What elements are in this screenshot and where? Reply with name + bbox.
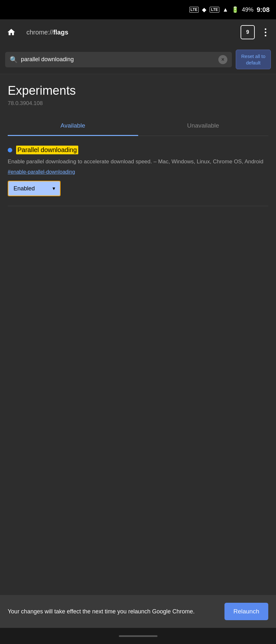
- address-bold: flags: [53, 29, 68, 36]
- content-spacer: [0, 370, 276, 595]
- tab-count-label: 9: [246, 29, 249, 35]
- tabs-container: Available Unavailable: [8, 116, 268, 136]
- address-bar[interactable]: chrome://flags: [23, 25, 236, 39]
- lte-icon: LTE: [189, 7, 199, 13]
- search-input[interactable]: parallel downloading: [21, 56, 215, 63]
- nav-bar: [0, 628, 276, 644]
- version-text: 78.0.3904.108: [8, 100, 268, 107]
- experiment-select[interactable]: Default Enabled Disabled: [8, 181, 60, 196]
- more-dot-2: [265, 32, 266, 33]
- page-title: Experiments: [8, 84, 268, 98]
- search-icon: 🔍: [10, 56, 18, 63]
- experiment-status-dot: [8, 148, 12, 152]
- tab-available[interactable]: Available: [8, 116, 138, 136]
- more-dot-3: [265, 35, 266, 36]
- battery-percent: 49%: [242, 6, 253, 13]
- signal-icon: ▲: [223, 6, 228, 13]
- experiments-list: Parallel downloading Enable parallel dow…: [8, 136, 268, 216]
- battery-icon: 🔋: [232, 6, 239, 13]
- address-text: chrome://: [26, 29, 53, 36]
- lte2-icon: LTE: [210, 7, 219, 13]
- main-content: Experiments 78.0.3904.108 Available Unav…: [0, 74, 276, 370]
- experiment-link[interactable]: #enable-parallel-downloading: [8, 169, 268, 175]
- experiment-title: Parallel downloading: [16, 146, 78, 154]
- browser-bar: chrome://flags 9: [0, 19, 276, 45]
- status-bar: LTE ◆ LTE ▲ 🔋 49% 9:08: [0, 0, 276, 19]
- time-display: 9:08: [257, 6, 270, 14]
- nav-pill: [119, 635, 157, 637]
- search-input-wrapper[interactable]: 🔍 parallel downloading ×: [5, 52, 232, 67]
- tab-unavailable[interactable]: Unavailable: [138, 116, 269, 136]
- bottom-banner-message: Your changes will take effect the next t…: [8, 607, 218, 616]
- experiment-select-wrapper[interactable]: Default Enabled Disabled ▼: [8, 181, 61, 196]
- clear-search-button[interactable]: ×: [218, 55, 227, 64]
- relaunch-button[interactable]: Relaunch: [224, 603, 268, 620]
- bottom-banner: Your changes will take effect the next t…: [0, 595, 276, 628]
- select-inner[interactable]: Default Enabled Disabled ▼: [8, 181, 60, 196]
- experiment-description: Enable parallel downloading to accelerat…: [8, 158, 268, 166]
- more-dot-1: [265, 28, 266, 30]
- tab-count-button[interactable]: 9: [241, 25, 255, 39]
- status-bar-right: LTE ◆ LTE ▲ 🔋 49% 9:08: [189, 6, 270, 14]
- experiment-header: Parallel downloading: [8, 146, 268, 154]
- experiment-item: Parallel downloading Enable parallel dow…: [8, 146, 268, 206]
- home-icon: [7, 28, 16, 37]
- search-bar-container: 🔍 parallel downloading × Reset all to de…: [0, 45, 276, 74]
- home-button[interactable]: [5, 26, 18, 39]
- reset-all-button[interactable]: Reset all to default: [236, 50, 271, 69]
- more-menu-button[interactable]: [260, 25, 271, 39]
- wifi-icon: ◆: [202, 6, 206, 13]
